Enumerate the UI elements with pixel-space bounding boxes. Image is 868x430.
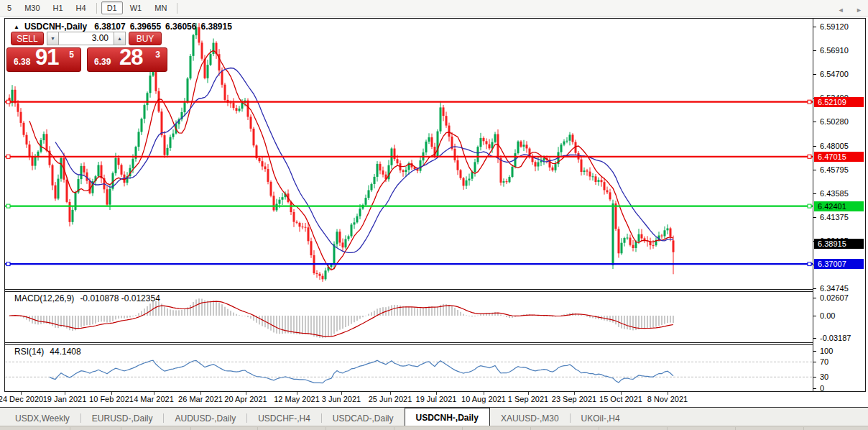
buy-button[interactable]: BUY bbox=[129, 32, 162, 45]
date-label: 12 May 2021 bbox=[274, 395, 320, 403]
level-price-label[interactable]: 6.47015 bbox=[814, 152, 864, 162]
price-tick-label: 6.34745 bbox=[820, 284, 849, 293]
timeframe-button-mn[interactable]: MN bbox=[149, 1, 172, 14]
tab-scroll-arrows: ◄ ► bbox=[828, 6, 862, 14]
axis-tick-mark bbox=[813, 170, 816, 170]
status-cell-divider bbox=[735, 427, 736, 430]
rsi-tick-label: 70 bbox=[820, 357, 828, 366]
volume-input[interactable]: 3.00 bbox=[59, 32, 114, 45]
date-label: 19 Jul 2021 bbox=[416, 395, 457, 403]
tab-xauusd-m30[interactable]: XAUUSD-,M30 bbox=[490, 411, 570, 426]
sell-button[interactable]: SELL bbox=[11, 32, 44, 45]
rsi-value: 44.1408 bbox=[50, 347, 80, 357]
tab-eurusd-daily[interactable]: EURUSD-,Daily bbox=[81, 411, 164, 426]
tab-usdcad-daily[interactable]: USDCAD-,Daily bbox=[322, 411, 405, 426]
buy-price-box[interactable]: 6.39 28 3 bbox=[87, 47, 167, 72]
status-cell-divider bbox=[667, 427, 668, 430]
collapse-triangle-icon[interactable]: ▲ bbox=[14, 24, 19, 30]
toolbar-separator bbox=[177, 3, 177, 14]
timeframe-button-m30[interactable]: M30 bbox=[19, 1, 45, 14]
tab-audusd-daily[interactable]: AUDUSD-,Daily bbox=[164, 411, 246, 426]
macd-indicator-label: MACD(12,26,9)-0.010878 -0.012354 bbox=[14, 293, 160, 303]
sell-price-sup: 5 bbox=[69, 50, 74, 60]
date-label: 24 Dec 2020 bbox=[0, 395, 43, 403]
rsi-title: RSI(14) bbox=[14, 347, 44, 357]
axis-tick-mark bbox=[813, 362, 816, 362]
date-axis: 24 Dec 202019 Jan 202110 Feb 20214 Mar 2… bbox=[5, 393, 864, 405]
volume-stepper: ▼ 3.00 ▲ bbox=[47, 32, 126, 45]
price-tick-label: 6.48005 bbox=[820, 142, 849, 150]
tab-usdx-weekly[interactable]: USDX,Weekly bbox=[4, 411, 80, 426]
price-tick-label: 6.59120 bbox=[820, 22, 849, 31]
price-tick-label: 6.56910 bbox=[820, 46, 849, 55]
macd-title: MACD(12,26,9) bbox=[14, 293, 74, 303]
timeframe-button-5[interactable]: 5 bbox=[1, 1, 17, 14]
macd-tick-label: 0.00 bbox=[820, 311, 835, 320]
current-price-label: 6.38915 bbox=[814, 239, 864, 249]
axis-tick-mark bbox=[813, 217, 816, 218]
sell-price-box[interactable]: 6.38 91 5 bbox=[6, 47, 81, 72]
macd-tick-label: 0.02607 bbox=[820, 293, 849, 302]
timeframe-button-h1[interactable]: H1 bbox=[47, 1, 69, 14]
level-price-label[interactable]: 6.52109 bbox=[814, 97, 864, 107]
axis-tick-mark bbox=[813, 377, 816, 378]
status-strip bbox=[0, 426, 868, 430]
status-cell-divider bbox=[70, 427, 70, 430]
buy-price-big: 28 bbox=[119, 45, 142, 70]
level-price-label[interactable]: 6.37007 bbox=[814, 259, 864, 269]
sell-price-big: 91 bbox=[35, 45, 58, 70]
chart-tab-bar: USDX,WeeklyEURUSD-,DailyAUDUSD-,DailyUSD… bbox=[0, 407, 868, 426]
level-price-label[interactable]: 6.42401 bbox=[814, 201, 864, 211]
status-cell-divider bbox=[394, 427, 394, 430]
price-axis: 6.591206.569106.547006.524906.502806.480… bbox=[813, 19, 865, 391]
price-tick-label: 6.41375 bbox=[820, 213, 849, 221]
date-label: 25 Jun 2021 bbox=[369, 395, 412, 403]
rsi-tick-label: 0 bbox=[820, 384, 824, 393]
price-tick-label: 6.54700 bbox=[820, 70, 849, 78]
ohlc-high: 6.39655 bbox=[130, 22, 161, 32]
date-label: 15 Oct 2021 bbox=[599, 395, 642, 403]
volume-down-icon[interactable]: ▼ bbox=[47, 32, 59, 45]
date-label: 1 Sep 2021 bbox=[508, 395, 548, 403]
axis-tick-mark bbox=[813, 122, 816, 122]
date-label: 26 Mar 2021 bbox=[178, 395, 223, 403]
volume-up-icon[interactable]: ▲ bbox=[114, 32, 126, 45]
tab-ukoil-h4[interactable]: UKOil-,H4 bbox=[571, 411, 631, 426]
tab-scroll-right-icon[interactable]: ► bbox=[856, 6, 862, 14]
date-label: 20 Apr 2021 bbox=[224, 395, 267, 403]
mt4-terminal: { "toolbar": { "timeframes": ["5", "M30"… bbox=[0, 0, 868, 430]
ohlc-close: 6.38915 bbox=[200, 22, 231, 32]
tab-usdcnh-daily[interactable]: USDCNH-,Daily bbox=[405, 408, 490, 426]
status-cell-divider bbox=[121, 427, 121, 430]
tab-scroll-left-icon[interactable]: ◄ bbox=[838, 6, 844, 14]
timeframe-button-d1[interactable]: D1 bbox=[101, 1, 123, 14]
timeframe-button-h4[interactable]: H4 bbox=[70, 1, 92, 14]
date-label: 3 Jun 2021 bbox=[322, 395, 361, 403]
tab-usdchf-h4[interactable]: USDCHF-,H4 bbox=[247, 411, 321, 426]
date-label: 8 Nov 2021 bbox=[647, 395, 688, 403]
chart-symbol: USDCNH-,Daily bbox=[24, 22, 87, 32]
axis-tick-mark bbox=[813, 388, 816, 389]
status-cell-divider bbox=[190, 427, 191, 430]
date-label: 19 Jan 2021 bbox=[43, 395, 87, 403]
ohlc-open: 6.38107 bbox=[94, 22, 125, 32]
status-cell-divider bbox=[257, 427, 258, 430]
status-cell-divider bbox=[530, 427, 531, 430]
axis-tick-mark bbox=[813, 74, 816, 75]
axis-tick-mark bbox=[813, 288, 816, 289]
price-tick-label: 6.45795 bbox=[820, 165, 849, 174]
toolbar-separator bbox=[96, 3, 97, 14]
timeframe-button-w1[interactable]: W1 bbox=[124, 1, 148, 14]
price-tick-label: 6.43585 bbox=[820, 189, 849, 198]
axis-tick-mark bbox=[813, 316, 816, 316]
ohlc-low: 6.36056 bbox=[165, 22, 196, 32]
rsi-indicator-label: RSI(14)44.1408 bbox=[14, 347, 81, 357]
sell-price-small: 6.38 bbox=[14, 57, 30, 67]
price-tick-label: 6.50280 bbox=[820, 117, 849, 126]
date-label: 10 Aug 2021 bbox=[461, 395, 506, 403]
chart-window: ▲ USDCNH-,Daily 6.38107 6.39655 6.36056 … bbox=[4, 18, 866, 392]
rsi-tick-label: 100 bbox=[820, 347, 833, 355]
axis-tick-mark bbox=[813, 50, 816, 51]
status-cell-divider bbox=[462, 427, 463, 430]
chart-title: ▲ USDCNH-,Daily 6.38107 6.39655 6.36056 … bbox=[14, 22, 232, 32]
